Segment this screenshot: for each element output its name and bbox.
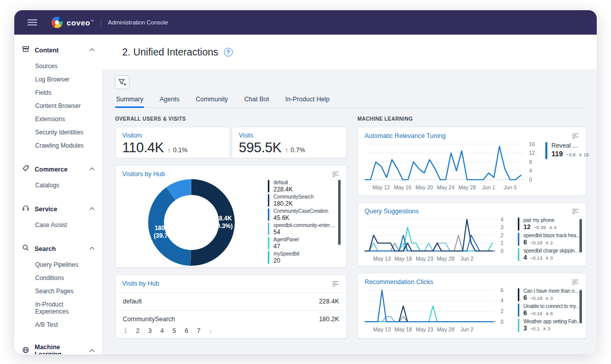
pagination-page-4[interactable]: 4: [160, 327, 164, 334]
svg-text:1: 1: [501, 240, 504, 246]
panel-export-button[interactable]: [331, 171, 340, 178]
tab-in-product-help[interactable]: In-Product Help: [284, 96, 330, 107]
sidebar-item-extensions[interactable]: Extensions: [14, 113, 102, 126]
svg-text:May 20: May 20: [415, 184, 433, 190]
legend-value: 20: [273, 257, 299, 264]
add-filter-button[interactable]: [115, 75, 129, 89]
legend-average: ~0.1: [530, 326, 540, 331]
pagination-page-5[interactable]: 5: [173, 327, 176, 334]
sidebar-item-sources[interactable]: Sources: [14, 60, 102, 73]
legend-texts: speedbit blaze track heart rate6~0.19∧ 2: [523, 233, 582, 246]
svg-text:12: 12: [529, 150, 535, 156]
legend-name: Reveal ART: [551, 142, 582, 149]
svg-text:2: 2: [501, 308, 504, 314]
sidebar-item-query-pipelines[interactable]: Query Pipelines: [14, 258, 102, 271]
sidebar-section-content[interactable]: Content: [14, 41, 102, 60]
panel-export-button[interactable]: [571, 278, 579, 286]
tab-summary[interactable]: Summary: [115, 96, 144, 107]
filter-add-icon: [118, 79, 127, 86]
svg-text:May 18: May 18: [395, 326, 412, 332]
up-arrow-icon: ↑: [285, 146, 289, 154]
legend-stats: 119~3.8∧ 15: [551, 150, 582, 158]
legend-color-bar: [268, 237, 269, 249]
pagination-page-2[interactable]: 2: [136, 327, 140, 334]
sidebar-item-search-pages[interactable]: Search Pages: [14, 285, 102, 298]
legend-average: ~3.8: [566, 152, 576, 157]
recommendation-clicks-line-chart: 6420May 13May 18May 23May 28Jun 2: [363, 286, 515, 335]
main-area: 2. Unified Interactions ? SummaryAgentsC…: [102, 35, 597, 354]
svg-text:May 13: May 13: [373, 326, 391, 332]
legend-item-reveal-art: Reveal ART119~3.8∧ 15: [545, 142, 582, 159]
svg-text:May 16: May 16: [394, 184, 412, 190]
legend-color-bar: [518, 303, 519, 317]
svg-text:May 12: May 12: [372, 184, 390, 190]
svg-text:Jun 5: Jun 5: [504, 184, 517, 190]
sidebar-section-commerce[interactable]: Commerce: [14, 160, 102, 179]
legend-item-speedbit-charge-skipping-floors: speedbit charge skipping floors4~0.13∧ 3: [518, 248, 582, 261]
sidebar-section-search[interactable]: Search: [14, 239, 102, 258]
legend-color-bar: [545, 142, 547, 159]
chevron-up-icon: [90, 207, 95, 212]
panel-export-button[interactable]: [571, 208, 579, 215]
legend-value: 228.4K: [273, 186, 293, 193]
legend-color-bar: [268, 180, 269, 192]
next-page-icon[interactable]: ›: [209, 327, 212, 334]
legend-item-speedbit-blaze-track-heart-rate: speedbit blaze track heart rate6~0.19∧ 2: [518, 233, 582, 246]
legend-scrollbar[interactable]: [579, 290, 582, 323]
help-icon[interactable]: ?: [224, 48, 233, 57]
tab-chat-bot[interactable]: Chat Bot: [243, 96, 270, 107]
legend-color-bar: [518, 248, 519, 261]
sidebar-item-fields[interactable]: Fields: [14, 86, 102, 99]
sidebar-item-log-browser[interactable]: Log Browser: [14, 73, 102, 86]
legend-texts: Reveal ART119~3.8∧ 15: [551, 142, 582, 159]
sidebar-item-content-browser[interactable]: Content Browser: [14, 99, 102, 113]
sidebar-section-machine-learning[interactable]: Machine Learning: [14, 339, 102, 354]
pagination-page-7[interactable]: 7: [197, 327, 201, 334]
commerce-icon: [22, 164, 30, 174]
legend-peak: ∧ 6: [545, 311, 553, 316]
sidebar-item-a-b-test[interactable]: A/B Test: [14, 318, 102, 331]
legend-scrollbar[interactable]: [338, 180, 341, 245]
table-cell-visits: 180.2K: [319, 316, 339, 323]
table-row-default[interactable]: default228.4K: [116, 292, 346, 310]
service-icon: [22, 204, 30, 214]
legend-name: pair my phone: [523, 217, 557, 223]
pagination-page-6[interactable]: 6: [185, 327, 188, 334]
svg-text:Jun 2: Jun 2: [460, 256, 474, 262]
art-legend: Reveal ART119~3.8∧ 15: [545, 140, 582, 193]
sidebar-section-service[interactable]: Service: [14, 200, 102, 218]
svg-text:May 18: May 18: [395, 256, 412, 262]
legend-peak: ∧ 15: [578, 152, 589, 157]
sidebar-item-conditions[interactable]: Conditions: [14, 271, 102, 285]
panel-export-button[interactable]: [571, 132, 579, 140]
stat-delta: ↑ 0.7%: [285, 146, 305, 154]
svg-text:4: 4: [529, 167, 532, 174]
legend-average: ~0.13: [530, 255, 542, 261]
legend-scrollbar[interactable]: [579, 219, 582, 253]
pagination-page-1[interactable]: 1: [124, 327, 127, 334]
sidebar-item-security-identities[interactable]: Security Identities: [14, 126, 102, 139]
panel-title: Automatic Relevance Tuning: [365, 132, 446, 139]
sidebar-item-case-assist[interactable]: Case Assist: [14, 218, 102, 232]
tab-agents[interactable]: Agents: [158, 96, 180, 107]
hub-legend: default228.4KCommunitySearch180.2KCommun…: [268, 180, 337, 265]
svg-text:May 28: May 28: [458, 184, 476, 190]
tab-community[interactable]: Community: [195, 96, 229, 107]
pagination: 1234567›: [116, 325, 341, 338]
sidebar-item-in-product-experiences[interactable]: In-Product Experiences: [14, 298, 102, 318]
legend-texts: speedbit charge skipping floors4~0.13∧ 3: [523, 248, 582, 261]
sidebar-item-crawling-modules[interactable]: Crawling Modules: [14, 139, 102, 152]
automatic-relevance-tuning-panel: Automatic Relevance Tuning 1612840May 12…: [357, 127, 587, 196]
legend-average: ~0.39: [534, 225, 546, 230]
sidebar-item-catalogs[interactable]: Catalogs: [14, 179, 102, 192]
legend-value: 12: [523, 223, 531, 231]
svg-text:May 13: May 13: [373, 256, 391, 262]
stat-label: Visits: [239, 132, 340, 139]
legend-value: 6: [523, 239, 527, 246]
hamburger-menu-icon[interactable]: [26, 17, 38, 27]
svg-text:May 28: May 28: [437, 256, 455, 262]
panel-export-button[interactable]: [331, 280, 340, 288]
pagination-page-3[interactable]: 3: [148, 327, 152, 334]
coveo-logo: [51, 17, 63, 28]
legend-item-can-i-have-more-than-one-device: Can I have more than one device…6~0.19∧ …: [518, 288, 582, 301]
